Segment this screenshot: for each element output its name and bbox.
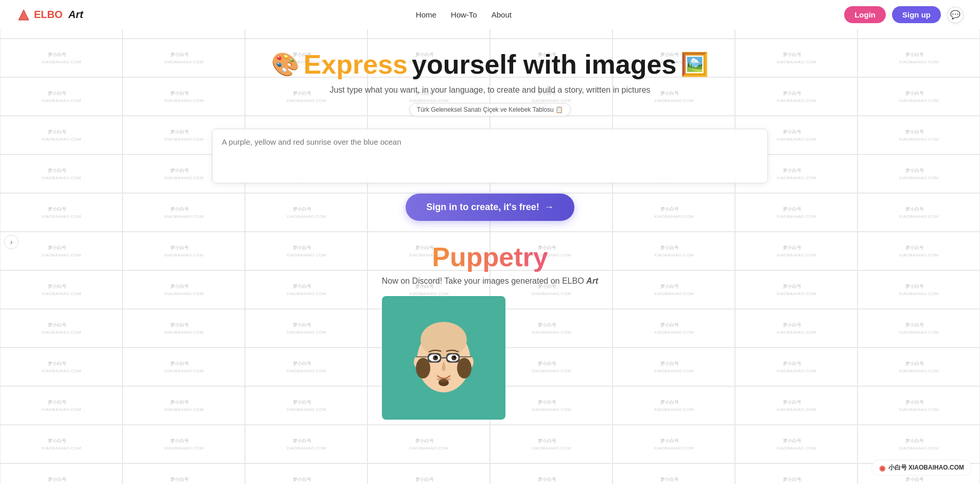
image-emoji: 🖼️: [680, 52, 709, 77]
elbo-logo-icon: [16, 8, 31, 22]
hero-express: Express: [304, 50, 408, 79]
main-content: 🎨 Express yourself with images 🖼️ Just t…: [0, 29, 980, 420]
scroll-left-button[interactable]: ›: [4, 235, 19, 249]
nav-about[interactable]: About: [492, 10, 512, 19]
scroll-left-icon: ›: [10, 238, 13, 246]
nav-howto[interactable]: How-To: [451, 10, 477, 19]
nav-home[interactable]: Home: [416, 10, 436, 19]
logo[interactable]: ELBO Art: [16, 8, 83, 22]
puppetry-subtitle: Now on Discord! Take your images generat…: [382, 276, 598, 286]
hero-section: 🎨 Express yourself with images 🖼️ Just t…: [271, 50, 709, 116]
svg-point-14: [453, 356, 456, 358]
svg-marker-0: [19, 10, 29, 20]
navbar: ELBO Art Home How-To About Login Sign up…: [0, 0, 980, 29]
puppetry-section: Puppetry Now on Discord! Take your image…: [382, 241, 598, 420]
palette-emoji: 🎨: [271, 52, 300, 77]
cta-arrow: →: [545, 202, 554, 213]
svg-point-13: [435, 356, 437, 358]
svg-point-6: [421, 322, 467, 358]
login-button[interactable]: Login: [844, 6, 886, 23]
signup-button[interactable]: Sign up: [892, 6, 941, 23]
portrait-image: [382, 296, 505, 420]
cta-button[interactable]: Sign in to create, it's free! →: [406, 194, 574, 221]
prompt-container: [212, 129, 768, 183]
hero-subtitle: Just type what you want, in your languag…: [271, 85, 709, 95]
svg-point-7: [416, 358, 430, 378]
nav-links: Home How-To About: [416, 10, 512, 19]
translate-badge-text: Türk Geleneksel Sanatı Çiçek ve Kelebek …: [417, 106, 563, 113]
hero-rest: yourself with images: [412, 50, 676, 79]
logo-text: ELBO Art: [34, 9, 83, 21]
navbar-actions: Login Sign up 💬: [844, 6, 964, 23]
chat-icon[interactable]: 💬: [947, 7, 964, 23]
svg-point-8: [457, 358, 471, 378]
hero-title: 🎨 Express yourself with images 🖼️: [271, 50, 709, 79]
portrait-svg: [392, 306, 495, 409]
puppetry-title: Puppetry: [382, 241, 598, 272]
translate-badge: Türk Geleneksel Sanatı Çiçek ve Kelebek …: [409, 103, 571, 116]
cta-label: Sign in to create, it's free!: [426, 202, 539, 213]
prompt-textarea[interactable]: [213, 129, 767, 181]
